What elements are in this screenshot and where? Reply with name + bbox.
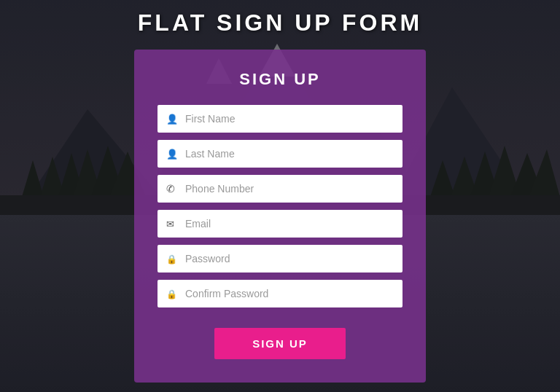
confirm-password-group xyxy=(158,280,402,307)
last-name-input[interactable] xyxy=(158,140,402,168)
phone-group xyxy=(158,175,402,203)
first-name-input[interactable] xyxy=(158,105,402,133)
signup-button[interactable]: SIGN UP xyxy=(214,328,346,359)
form-heading: SIGN UP xyxy=(239,70,320,89)
signup-form-card: SIGN UP SIGN UP xyxy=(134,50,426,383)
email-input[interactable] xyxy=(158,210,402,238)
last-name-group xyxy=(158,140,402,168)
password-input[interactable] xyxy=(158,245,402,273)
confirm-password-input[interactable] xyxy=(158,280,402,307)
first-name-group xyxy=(158,105,402,133)
password-group xyxy=(158,245,402,273)
email-group xyxy=(158,210,402,238)
phone-input[interactable] xyxy=(158,175,402,203)
page-title: FLAT SIGN UP FORM xyxy=(138,9,422,36)
